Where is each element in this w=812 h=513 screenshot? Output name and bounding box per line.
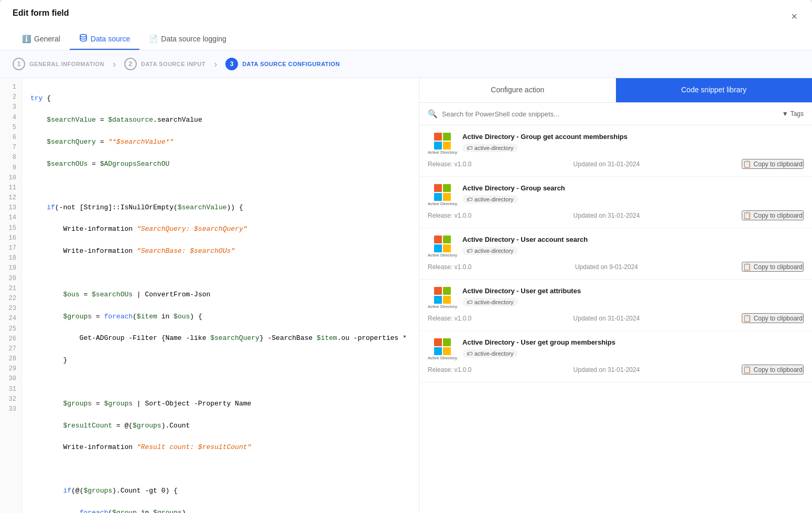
search-icon: 🔍 [428,109,438,119]
copy-button-1[interactable]: 📋 Copy to clipboard [742,210,804,220]
snippet-tag-0: 🏷 active-directory [462,144,518,152]
win-tile-bl-1 [434,193,442,201]
snippet-info-2: Active Directory - User account search 🏷… [462,236,804,255]
copy-icon-2: 📋 [743,263,751,271]
snippet-updated-1: Updated on 31-01-2024 [573,212,640,219]
search-input[interactable] [442,110,778,118]
code-area: 1 2 3 4 5 6 7 8 9 10 11 12 13 14 15 16 1 [0,78,419,513]
code-line-3: $searchQuery = "*$searchValue*" [30,137,410,148]
snippet-release-3: Release: v1.0.0 [428,315,471,322]
win-tile-bl-2 [434,244,442,252]
tab-general[interactable]: ℹ️ General [13,28,70,50]
ln-33: 33 [0,404,21,414]
snippet-meta-2: Release: v1.0.0 Updated on 9-01-2024 📋 C… [428,262,804,272]
ln-18: 18 [0,253,21,263]
filter-icon: ▼ [782,110,788,117]
win-tile-bl-3 [434,296,442,304]
tag-icon-3: 🏷 [467,299,472,305]
ln-31: 31 [0,384,21,394]
ln-15: 15 [0,223,21,233]
stepper: 1 GENERAL INFORMATION › 2 DATA SOURCE IN… [0,50,812,78]
copy-button-4[interactable]: 📋 Copy to clipboard [742,365,804,375]
win-tile-br-4 [443,347,451,355]
datasource-icon [79,34,88,44]
snippet-header-2: Active Directory Active Directory - User… [428,236,804,258]
step-3: 3 DATA SOURCE CONFIGURATION [225,58,340,70]
code-line-10: $ous = $searchOUs | ConvertFrom-Json [30,290,410,301]
win-tile-tr [443,133,451,141]
copy-label-0: Copy to clipboard [754,161,803,168]
snippet-meta-1: Release: v1.0.0 Updated on 31-01-2024 📋 … [428,210,804,220]
snippet-item-2: Active Directory Active Directory - User… [419,228,812,280]
snippet-title-2: Active Directory - User account search [462,236,804,243]
code-line-2: $searchValue = $datasource.searchValue [30,115,410,126]
windows-logo-3 [434,287,451,304]
ln-5: 5 [0,123,21,133]
win-tile-tl [434,133,442,141]
snippet-title-0: Active Directory - Group get account mem… [462,133,804,141]
ln-19: 19 [0,263,21,273]
copy-button-3[interactable]: 📋 Copy to clipboard [742,313,804,323]
windows-logo-2 [434,236,451,252]
step-1: 1 GENERAL INFORMATION [13,58,104,70]
snippet-title-3: Active Directory - User get attributes [462,287,804,295]
win-tile-tl-3 [434,287,442,295]
ln-11: 11 [0,183,21,193]
ln-7: 7 [0,143,21,153]
snippet-title-4: Active Directory - User get group member… [462,338,804,346]
ln-27: 27 [0,344,21,354]
snippet-tag-label-2: active-directory [474,248,514,254]
code-content[interactable]: try { $searchValue = $datasource.searchV… [22,78,419,513]
modal: Edit form field × ℹ️ General Data source… [0,0,812,513]
win-tile-tl-4 [434,338,442,346]
copy-button-2[interactable]: 📋 Copy to clipboard [742,262,804,272]
filter-button[interactable]: ▼ Tags [782,110,804,117]
step-arrow-1: › [113,59,116,70]
step-3-circle: 3 [225,58,238,70]
win-tile-tr-4 [443,338,451,346]
ln-14: 14 [0,213,21,223]
tab-data-source[interactable]: Data source [70,28,139,50]
close-button[interactable]: × [789,10,799,23]
tab-data-source-logging[interactable]: 📄 Data source logging [139,28,236,50]
ln-22: 22 [0,294,21,304]
snippet-info-3: Active Directory - User get attributes 🏷… [462,287,804,306]
ln-3: 3 [0,102,21,112]
ln-25: 25 [0,324,21,334]
snippet-logo-2: Active Directory [428,236,457,258]
win-tile-br [443,142,451,149]
snippet-tag-label-1: active-directory [474,196,514,202]
ln-24: 24 [0,314,21,324]
win-tile-br-3 [443,296,451,304]
copy-icon-1: 📋 [743,211,751,219]
tag-icon-0: 🏷 [467,145,472,151]
code-line-12: Get-ADGroup -Filter {Name -like $searchQ… [30,333,410,344]
code-line-5 [30,180,410,191]
ad-label-3: Active Directory [428,304,457,309]
snippet-logo-4: Active Directory [428,338,457,360]
snippet-tag-label-0: active-directory [474,145,514,151]
snippet-meta-3: Release: v1.0.0 Updated on 31-01-2024 📋 … [428,313,804,323]
win-tile-tl-1 [434,184,442,192]
ad-label-1: Active Directory [428,201,457,206]
code-line-4: $searchOUs = $ADgroupsSearchOU [30,159,410,170]
code-line-16: $resultCount = @($groups).Count [30,421,410,432]
code-line-20: foreach($group in $groups) [30,508,410,513]
tab-code-snippet-library[interactable]: Code snippet library [616,78,813,102]
tab-general-label: General [34,35,60,43]
snippet-tag-label-3: active-directory [474,299,514,305]
snippet-info-1: Active Directory - Group search 🏷 active… [462,184,804,204]
ln-10: 10 [0,173,21,183]
snippet-item-3: Active Directory Active Directory - User… [419,280,812,331]
snippet-updated-4: Updated on 31-01-2024 [573,366,640,373]
ln-20: 20 [0,274,21,284]
tag-icon-2: 🏷 [467,248,472,254]
ln-9: 9 [0,163,21,173]
modal-header: Edit form field × ℹ️ General Data source… [0,0,812,50]
windows-logo-1 [434,184,451,201]
step-1-label: GENERAL INFORMATION [29,61,104,67]
copy-button-0[interactable]: 📋 Copy to clipboard [742,159,804,169]
tab-configure-action[interactable]: Configure action [419,78,616,102]
win-tile-tl-2 [434,236,442,243]
configure-action-label: Configure action [491,86,544,94]
